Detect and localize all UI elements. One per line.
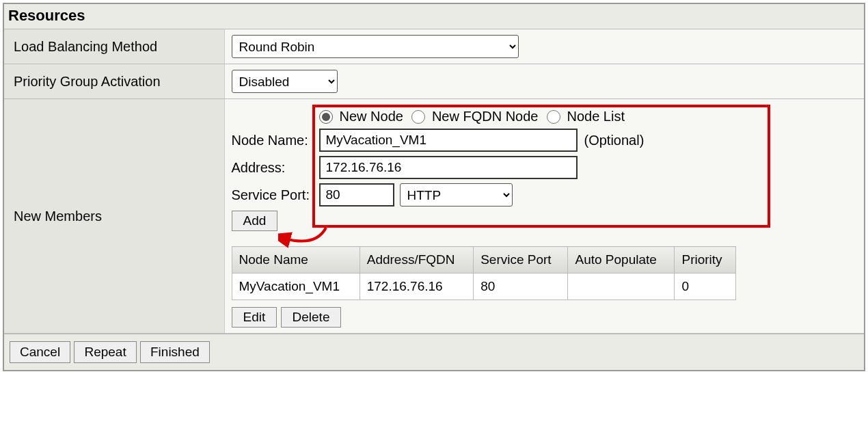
- service-port-input[interactable]: [319, 183, 394, 207]
- address-input[interactable]: [319, 156, 578, 179]
- address-label: Address:: [232, 160, 319, 176]
- members-table: Node Name Address/FQDN Service Port Auto…: [232, 246, 736, 300]
- radio-node-list[interactable]: [547, 110, 560, 124]
- cell-node-name: MyVacation_VM1: [232, 274, 360, 300]
- cell-auto-populate: [568, 274, 675, 300]
- edit-button[interactable]: Edit: [232, 307, 277, 328]
- col-service-port: Service Port: [474, 247, 568, 274]
- col-priority: Priority: [675, 247, 735, 274]
- resources-panel: Resources Load Balancing Method Round Ro…: [3, 3, 865, 371]
- radio-new-node[interactable]: [319, 110, 333, 124]
- radio-new-fqdn-node[interactable]: [411, 110, 425, 124]
- col-address: Address/FQDN: [360, 247, 473, 274]
- repeat-button[interactable]: Repeat: [74, 341, 136, 363]
- cancel-button[interactable]: Cancel: [10, 341, 70, 363]
- cell-priority: 0: [675, 274, 735, 300]
- lb-method-label: Load Balancing Method: [4, 29, 224, 64]
- radio-node-list-label: Node List: [567, 109, 625, 124]
- new-members-form: New Node New FQDN Node Node List Node Na…: [232, 105, 858, 328]
- cell-service-port: 80: [474, 274, 568, 300]
- node-name-optional: (Optional): [584, 133, 645, 148]
- panel-title: Resources: [4, 4, 864, 29]
- new-members-label: New Members: [4, 99, 224, 334]
- cell-address: 172.16.76.16: [360, 274, 473, 300]
- form-table: Load Balancing Method Round Robin Priori…: [4, 29, 864, 334]
- pga-label: Priority Group Activation: [4, 64, 224, 99]
- radio-new-node-label: New Node: [340, 109, 403, 124]
- node-name-label: Node Name:: [232, 133, 319, 148]
- add-button[interactable]: Add: [232, 211, 278, 231]
- node-type-radio-group: New Node New FQDN Node Node List: [319, 105, 858, 124]
- pga-select[interactable]: Disabled: [232, 70, 338, 93]
- col-node-name: Node Name: [232, 247, 360, 274]
- delete-button[interactable]: Delete: [281, 307, 342, 328]
- col-auto-populate: Auto Populate: [568, 247, 675, 274]
- service-port-label: Service Port:: [232, 187, 319, 203]
- finished-button[interactable]: Finished: [140, 341, 210, 363]
- service-port-proto-select[interactable]: HTTP: [400, 183, 513, 207]
- table-row[interactable]: MyVacation_VM1 172.16.76.16 80 0: [232, 274, 735, 300]
- radio-new-fqdn-label: New FQDN Node: [432, 109, 539, 124]
- footer-actions: Cancel Repeat Finished: [4, 334, 864, 370]
- node-name-input[interactable]: [319, 129, 578, 152]
- lb-method-select[interactable]: Round Robin: [232, 35, 519, 58]
